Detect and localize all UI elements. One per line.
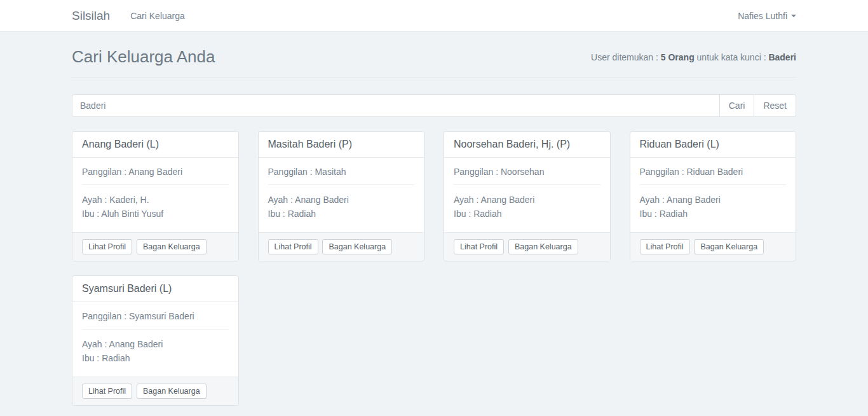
person-cards-grid: Anang Baderi (L) Panggilan : Anang Bader… — [72, 131, 796, 416]
result-prefix: User ditemukan : — [591, 52, 661, 62]
person-mother: Ibu : Radiah — [640, 207, 787, 221]
person-father: Ayah : Kaderi, H. — [82, 193, 229, 207]
lihat-profil-button[interactable]: Lihat Profil — [82, 384, 132, 399]
person-card-title: Anang Baderi (L) — [72, 132, 238, 158]
person-card: Syamsuri Baderi (L) Panggilan : Syamsuri… — [72, 275, 239, 406]
person-card: Anang Baderi (L) Panggilan : Anang Bader… — [72, 131, 239, 261]
bagan-keluarga-button[interactable]: Bagan Keluarga — [137, 239, 207, 254]
divider — [82, 184, 229, 185]
person-card-footer: Lihat Profil Bagan Keluarga — [72, 232, 238, 261]
navbar: Silsilah Cari Keluarga Nafies Luthfi — [0, 0, 868, 32]
person-card-body: Panggilan : Riduan Baderi Ayah : Anang B… — [630, 158, 796, 232]
divider — [640, 184, 787, 185]
main-content: Cari Keluarga Anda User ditemukan : 5 Or… — [62, 47, 806, 416]
person-card-title: Riduan Baderi (L) — [630, 132, 796, 158]
page-header: Cari Keluarga Anda User ditemukan : 5 Or… — [72, 47, 796, 78]
lihat-profil-button[interactable]: Lihat Profil — [640, 239, 690, 254]
person-nickname: Panggilan : Noorsehan — [454, 167, 600, 177]
result-count: 5 Orang — [661, 52, 695, 62]
person-card-title: Masitah Baderi (P) — [259, 132, 424, 158]
brand-silsilah[interactable]: Silsilah — [72, 9, 110, 23]
person-nickname: Panggilan : Riduan Baderi — [640, 167, 787, 177]
bagan-keluarga-button[interactable]: Bagan Keluarga — [137, 384, 207, 399]
person-card-footer: Lihat Profil Bagan Keluarga — [630, 232, 796, 261]
nav-item-cari-keluarga[interactable]: Cari Keluarga — [130, 11, 185, 21]
person-nickname: Panggilan : Anang Baderi — [82, 167, 229, 177]
page-title: Cari Keluarga Anda — [72, 47, 215, 67]
person-card: Riduan Baderi (L) Panggilan : Riduan Bad… — [630, 131, 797, 261]
person-mother: Ibu : Radiah — [82, 351, 229, 365]
search-form: Cari Reset — [72, 94, 796, 117]
cari-button[interactable]: Cari — [720, 94, 755, 117]
person-card-title: Noorsehan Baderi, Hj. (P) — [444, 132, 610, 158]
bagan-keluarga-button[interactable]: Bagan Keluarga — [322, 239, 392, 254]
person-card-body: Panggilan : Noorsehan Ayah : Anang Bader… — [444, 158, 610, 232]
search-input[interactable] — [72, 94, 720, 117]
user-name: Nafies Luthfi — [738, 11, 787, 21]
bagan-keluarga-button[interactable]: Bagan Keluarga — [508, 239, 578, 254]
divider — [454, 184, 600, 185]
person-card: Masitah Baderi (P) Panggilan : Masitah A… — [258, 131, 425, 261]
person-card-footer: Lihat Profil Bagan Keluarga — [444, 232, 610, 261]
person-nickname: Panggilan : Syamsuri Baderi — [82, 311, 229, 321]
divider — [82, 329, 229, 329]
lihat-profil-button[interactable]: Lihat Profil — [268, 239, 318, 254]
person-mother: Ibu : Aluh Binti Yusuf — [82, 207, 229, 221]
person-card-title: Syamsuri Baderi (L) — [72, 276, 238, 302]
person-mother: Ibu : Radiah — [454, 207, 600, 221]
person-card-footer: Lihat Profil Bagan Keluarga — [259, 232, 424, 261]
lihat-profil-button[interactable]: Lihat Profil — [454, 239, 504, 254]
person-father: Ayah : Anang Baderi — [454, 193, 600, 207]
person-card: Noorsehan Baderi, Hj. (P) Panggilan : No… — [444, 131, 611, 261]
person-mother: Ibu : Radiah — [268, 207, 415, 221]
result-middle: untuk kata kunci : — [695, 52, 769, 62]
bagan-keluarga-button[interactable]: Bagan Keluarga — [694, 239, 764, 254]
lihat-profil-button[interactable]: Lihat Profil — [82, 239, 132, 254]
person-card-body: Panggilan : Anang Baderi Ayah : Kaderi, … — [72, 158, 238, 232]
user-dropdown[interactable]: Nafies Luthfi — [738, 11, 796, 21]
person-father: Ayah : Anang Baderi — [82, 337, 229, 351]
divider — [268, 184, 415, 185]
result-keyword: Baderi — [768, 52, 796, 62]
caret-down-icon — [791, 15, 796, 17]
person-card-footer: Lihat Profil Bagan Keluarga — [72, 377, 238, 405]
person-card-body: Panggilan : Syamsuri Baderi Ayah : Anang… — [72, 302, 238, 377]
person-father: Ayah : Anang Baderi — [640, 193, 787, 207]
person-card-body: Panggilan : Masitah Ayah : Anang Baderi … — [259, 158, 424, 232]
person-nickname: Panggilan : Masitah — [268, 167, 415, 177]
reset-button[interactable]: Reset — [754, 94, 796, 117]
search-result-summary: User ditemukan : 5 Orang untuk kata kunc… — [591, 52, 796, 62]
person-father: Ayah : Anang Baderi — [268, 193, 415, 207]
